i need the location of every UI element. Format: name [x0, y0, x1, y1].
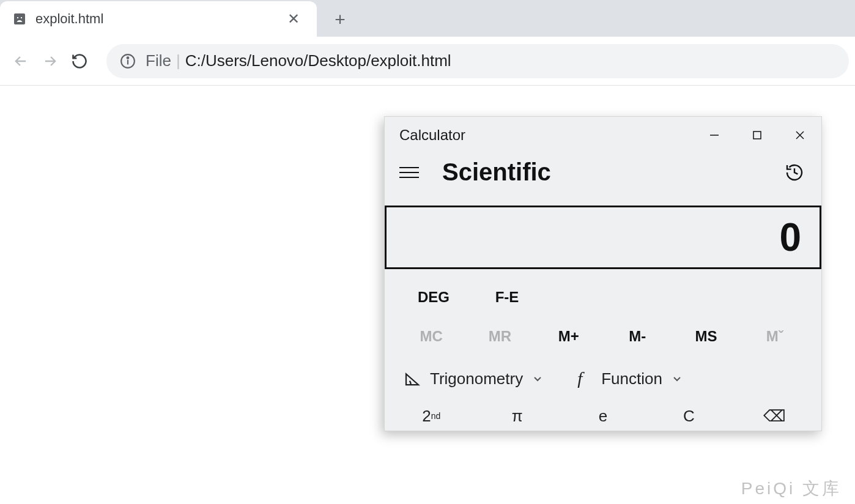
page-content: Calculator Scientific 0 DEG — [0, 86, 855, 504]
display-value: 0 — [779, 215, 801, 260]
calculator-mode: Scientific — [442, 158, 782, 186]
url-separator: | — [176, 51, 180, 70]
maximize-button[interactable] — [736, 117, 779, 154]
second-key[interactable]: 2nd — [388, 401, 474, 431]
close-window-button[interactable] — [779, 117, 821, 154]
memory-row: MC MR M+ M- MS Mˇ — [385, 317, 821, 356]
url-scheme: File — [146, 51, 171, 70]
function-icon: f — [574, 369, 593, 388]
mr-button[interactable]: MR — [465, 319, 534, 354]
calculator-titlebar[interactable]: Calculator — [385, 117, 821, 154]
key-row-1: 2nd π e C ⌫ — [385, 401, 821, 431]
browser-toolbar: File | C:/Users/Lenovo/Desktop/exploit.h… — [0, 37, 855, 86]
pi-key[interactable]: π — [474, 401, 560, 431]
backspace-key[interactable]: ⌫ — [732, 401, 818, 431]
angle-icon — [403, 369, 421, 388]
browser-tab[interactable]: exploit.html ✕ — [0, 1, 317, 37]
svg-point-2 — [127, 57, 129, 59]
mc-button[interactable]: MC — [397, 319, 465, 354]
address-bar[interactable]: File | C:/Users/Lenovo/Desktop/exploit.h… — [106, 44, 849, 78]
trigonometry-dropdown[interactable]: Trigonometry — [397, 362, 550, 395]
trig-label: Trigonometry — [430, 369, 523, 388]
mplus-button[interactable]: M+ — [535, 319, 603, 354]
browser-tab-bar: exploit.html ✕ + — [0, 0, 855, 37]
angle-row: DEG F-E — [385, 278, 821, 317]
sad-page-icon — [12, 12, 27, 26]
svg-text:f: f — [577, 369, 585, 388]
watermark: PeiQi 文库 — [741, 477, 842, 500]
history-icon[interactable] — [782, 160, 807, 185]
function-dropdown[interactable]: f Function — [568, 362, 689, 395]
info-icon[interactable] — [120, 53, 136, 69]
func-label: Function — [601, 369, 662, 388]
new-tab-button[interactable]: + — [325, 5, 355, 34]
menu-icon[interactable] — [399, 167, 424, 178]
deg-button[interactable]: DEG — [397, 280, 470, 314]
fe-button[interactable]: F-E — [470, 280, 544, 314]
ms-button[interactable]: MS — [672, 319, 740, 354]
close-tab-icon[interactable]: ✕ — [283, 10, 305, 28]
mlist-button[interactable]: Mˇ — [741, 319, 809, 354]
calculator-header: Scientific — [385, 154, 821, 198]
back-button[interactable] — [6, 46, 35, 76]
chevron-down-icon — [671, 372, 683, 385]
dropdown-row: Trigonometry f Function — [385, 356, 821, 401]
mminus-button[interactable]: M- — [603, 319, 672, 354]
e-key[interactable]: e — [560, 401, 646, 431]
svg-rect-4 — [753, 132, 761, 139]
minimize-button[interactable] — [693, 117, 736, 154]
chevron-down-icon — [531, 372, 544, 385]
calculator-display: 0 — [385, 206, 821, 269]
tab-title: exploit.html — [35, 11, 283, 27]
calculator-window: Calculator Scientific 0 DEG — [384, 116, 822, 431]
forward-button[interactable] — [35, 46, 65, 76]
clear-key[interactable]: C — [646, 401, 731, 431]
url-path: C:/Users/Lenovo/Desktop/exploit.html — [185, 51, 451, 70]
reload-button[interactable] — [65, 46, 94, 76]
window-title: Calculator — [399, 127, 693, 144]
